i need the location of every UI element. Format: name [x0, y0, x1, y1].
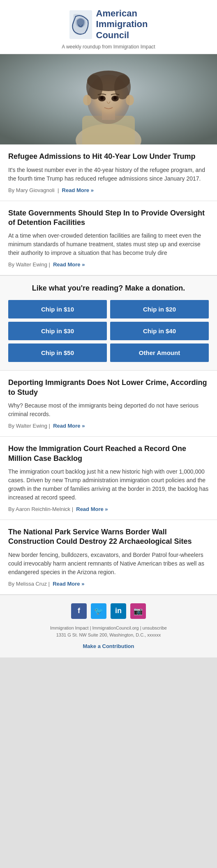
svg-point-14 — [83, 95, 91, 105]
article-deporting-immigrants: Deporting Immigrants Does Not Lower Crim… — [0, 371, 217, 437]
article-2-title: State Governments Should Step In to Prov… — [8, 208, 209, 228]
svg-point-13 — [113, 96, 117, 100]
article-3-author: Walter Ewing — [16, 423, 47, 429]
article-1-body: It's the lowest number ever in the 40-ye… — [8, 166, 209, 183]
twitter-icon[interactable]: 🐦 — [91, 603, 106, 619]
article-1-read-more[interactable]: Read More » — [62, 187, 94, 193]
header: American Immigration Council A weekly ro… — [0, 0, 217, 54]
article-1-title: Refugee Admissions to Hit 40-Year Low Un… — [8, 152, 209, 161]
article-4-author: Aaron Reichlin-Melnick — [16, 506, 70, 512]
tagline: A weekly roundup from Immigration Impact — [8, 44, 209, 50]
hero-overlay — [0, 54, 217, 144]
social-icons: f 🐦 in 📷 — [8, 603, 209, 619]
article-3-body: Why? Because most of the immigrants bein… — [8, 401, 209, 419]
article-3-meta: By Walter Ewing | Read More » — [8, 423, 209, 429]
article-court-backlog: How the Immigration Court Reached a Reco… — [0, 437, 217, 520]
donate-other-button[interactable]: Other Amount — [110, 344, 209, 362]
article-4-title: How the Immigration Court Reached a Reco… — [8, 444, 209, 463]
article-4-read-more[interactable]: Read More » — [76, 506, 108, 512]
hero-image — [0, 54, 217, 144]
article-1-author: Mary Giovagnoli — [16, 187, 55, 193]
footer: f 🐦 in 📷 Immigration Impact | Immigratio… — [0, 595, 217, 657]
donation-section: Like what you're reading? Make a donatio… — [0, 275, 217, 371]
logo-text: American Immigration Council — [96, 8, 148, 41]
logo-container: American Immigration Council — [8, 8, 209, 41]
donation-grid: Chip in $10 Chip in $20 Chip in $30 Chip… — [8, 300, 209, 362]
article-5-title: The National Park Service Warns Border W… — [8, 527, 209, 547]
article-4-body: The immigration court backlog just hit a… — [8, 467, 209, 502]
article-3-read-more[interactable]: Read More » — [53, 423, 85, 429]
article-2-meta: By Walter Ewing | Read More » — [8, 261, 209, 268]
donate-30-button[interactable]: Chip in $30 — [8, 322, 107, 340]
article-5-meta: By Melissa Cruz | Read More » — [8, 581, 209, 587]
article-2-body: At a time when over-crowded detention fa… — [8, 231, 209, 257]
article-5-author: Melissa Cruz — [16, 581, 47, 587]
article-5-read-more[interactable]: Read More » — [53, 581, 84, 587]
make-contribution-link[interactable]: Make a Contribution — [83, 643, 134, 649]
article-3-title: Deporting Immigrants Does Not Lower Crim… — [8, 378, 209, 397]
svg-point-15 — [126, 95, 134, 105]
donate-50-button[interactable]: Chip in $50 — [8, 344, 107, 362]
article-national-park: The National Park Service Warns Border W… — [0, 520, 217, 595]
article-5-body: New border fencing, bulldozers, excavato… — [8, 551, 209, 577]
aic-logo-icon — [69, 10, 92, 39]
make-contribution[interactable]: Make a Contribution — [8, 643, 209, 649]
article-4-meta: By Aaron Reichlin-Melnick | Read More » — [8, 506, 209, 512]
article-1-meta: By Mary Giovagnoli | Read More » — [8, 187, 209, 193]
footer-links: Immigration Impact | ImmigrationCouncil.… — [8, 625, 209, 639]
linkedin-icon[interactable]: in — [111, 603, 126, 619]
article-2-read-more[interactable]: Read More » — [53, 261, 85, 268]
article-detention-oversight: State Governments Should Step In to Prov… — [0, 201, 217, 276]
donation-headline: Like what you're reading? Make a donatio… — [8, 284, 209, 293]
facebook-icon[interactable]: f — [71, 603, 87, 619]
svg-point-12 — [100, 96, 104, 100]
donate-20-button[interactable]: Chip in $20 — [110, 300, 209, 318]
article-refugee-admissions: Refugee Admissions to Hit 40-Year Low Un… — [0, 144, 217, 201]
instagram-icon[interactable]: 📷 — [130, 603, 146, 619]
donate-40-button[interactable]: Chip in $40 — [110, 322, 209, 340]
email-wrapper: American Immigration Council A weekly ro… — [0, 0, 217, 657]
org-name: American Immigration Council — [96, 8, 148, 41]
article-2-author: Walter Ewing — [16, 261, 47, 268]
donate-10-button[interactable]: Chip in $10 — [8, 300, 107, 318]
